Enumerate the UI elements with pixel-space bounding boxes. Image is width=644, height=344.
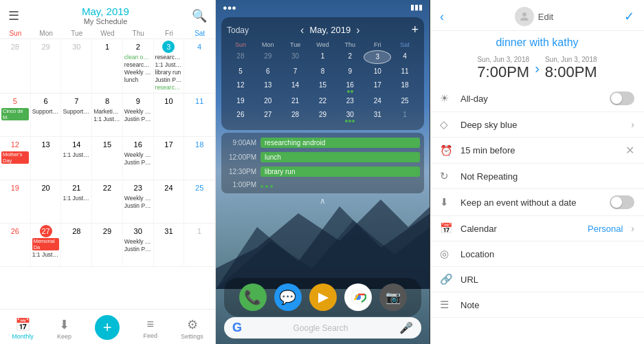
mini-day-14[interactable]: 14 xyxy=(282,79,309,94)
footer-add[interactable]: + xyxy=(95,315,120,341)
event-label-1[interactable]: researching android xyxy=(260,138,420,148)
cal-day-14[interactable]: 14 1:1 Justin-Da xyxy=(61,137,92,180)
mini-day-26[interactable]: 26 xyxy=(227,109,254,123)
search-icon[interactable]: 🔍 xyxy=(192,8,207,23)
event-label-3[interactable]: library run xyxy=(260,166,420,177)
repeat-row[interactable]: ↻ Not Repeating xyxy=(430,164,644,189)
mini-day-25[interactable]: 25 xyxy=(391,95,419,107)
mini-day-29b[interactable]: 29 xyxy=(309,109,337,123)
mini-day-1-next[interactable]: 1 xyxy=(391,109,419,123)
mini-cal-next[interactable]: › xyxy=(356,24,359,36)
mini-cal-prev[interactable]: ‹ xyxy=(300,24,304,36)
mini-day-11[interactable]: 11 xyxy=(391,65,419,78)
mini-day-13[interactable]: 13 xyxy=(254,79,282,94)
mini-day-5[interactable]: 5 xyxy=(227,65,254,78)
cal-day-18[interactable]: 18 xyxy=(184,137,215,180)
cal-day-12[interactable]: 12 Mother's Day xyxy=(0,137,31,180)
mini-day-4[interactable]: 4 xyxy=(391,50,419,64)
mini-day-6[interactable]: 6 xyxy=(254,65,282,78)
confirm-button[interactable]: ✓ xyxy=(624,9,634,24)
cal-day-30b[interactable]: 30 Weekly Hang Justin Pot on xyxy=(123,224,154,266)
note-row[interactable]: ☰ Note xyxy=(430,292,644,318)
mini-day-12[interactable]: 12 xyxy=(227,79,254,94)
mini-day-28[interactable]: 28 xyxy=(227,50,254,64)
cal-day-30-other[interactable]: 30 xyxy=(61,39,92,93)
cal-day-13[interactable]: 13 xyxy=(31,137,62,180)
cal-day-3-today[interactable]: 3 researching a 1:1 Justin-Da library ru… xyxy=(154,39,185,93)
cal-day-21[interactable]: 21 1:1 Justin-Da xyxy=(61,180,92,223)
mini-day-1[interactable]: 1 xyxy=(309,50,337,64)
google-mic-icon[interactable]: 🎤 xyxy=(399,321,413,334)
reminder-close-icon[interactable]: ✕ xyxy=(625,144,634,157)
dock-plex-icon[interactable]: ▶ xyxy=(309,283,337,311)
cal-day-15[interactable]: 15 xyxy=(92,137,123,180)
mini-day-31[interactable]: 31 xyxy=(364,109,391,123)
scroll-up-indicator[interactable]: ∧ xyxy=(216,196,430,206)
mini-day-2[interactable]: 2 xyxy=(336,50,364,64)
mini-calendar-widget[interactable]: Today ‹ May, 2019 › + Sun Mon Tue Wed Th… xyxy=(221,17,424,130)
url-row[interactable]: 🔗 URL xyxy=(430,267,644,292)
calendar-row[interactable]: 📅 Calendar Personal › xyxy=(430,216,644,241)
dock-camera-icon[interactable]: 📷 xyxy=(379,283,407,311)
cal-day-23[interactable]: 23 Weekly Hang Justin Pot on xyxy=(123,180,154,223)
cal-day-26[interactable]: 26 xyxy=(0,224,31,266)
mini-day-23[interactable]: 23 xyxy=(336,95,364,107)
cal-day-4[interactable]: 4 xyxy=(184,39,215,93)
cal-day-31[interactable]: 31 xyxy=(154,224,185,266)
cal-day-16[interactable]: 16 Weekly Hang Justin Pot on xyxy=(123,137,154,180)
cal-day-5[interactable]: 5 Cinco de M. xyxy=(0,94,31,136)
mini-day-18[interactable]: 18 xyxy=(391,79,419,94)
mini-cal-today-label[interactable]: Today xyxy=(227,25,249,35)
footer-monthly[interactable]: 📅 Monthly xyxy=(12,317,34,340)
mini-day-3-today[interactable]: 3 xyxy=(364,50,391,64)
cal-day-2[interactable]: 2 clean out int researching a Weekly Han… xyxy=(123,39,154,93)
mini-day-27[interactable]: 27 xyxy=(254,109,282,123)
cal-day-20[interactable]: 20 xyxy=(31,180,62,223)
mini-day-21[interactable]: 21 xyxy=(282,95,309,107)
cal-day-19[interactable]: 19 xyxy=(0,180,31,223)
dock-messages-icon[interactable]: 💬 xyxy=(274,283,302,311)
back-button[interactable]: ‹ xyxy=(440,10,444,24)
mini-day-8[interactable]: 8 xyxy=(309,65,337,78)
mini-day-7[interactable]: 7 xyxy=(282,65,309,78)
footer-settings[interactable]: ⚙ Settings xyxy=(181,317,203,340)
dock-phone-icon[interactable]: 📞 xyxy=(239,283,267,311)
hamburger-icon[interactable]: ☰ xyxy=(8,8,19,23)
cal-day-6[interactable]: 6 Support Retr xyxy=(31,94,62,136)
mini-day-10[interactable]: 10 xyxy=(364,65,391,78)
cal-day-22[interactable]: 22 xyxy=(92,180,123,223)
phone-search-bar[interactable]: G Google Search 🎤 xyxy=(224,317,421,338)
mini-day-19[interactable]: 19 xyxy=(227,95,254,107)
cal-day-27[interactable]: 27 Memorial Da 1:1 Justin-Da xyxy=(31,224,62,266)
footer-feed[interactable]: ≡ Feed xyxy=(144,317,158,339)
cal-day-7[interactable]: 7 Support Retr xyxy=(61,94,92,136)
cal-day-9[interactable]: 9 Weekly Hang Justin Pot on xyxy=(123,94,154,136)
cal-day-1-next[interactable]: 1 xyxy=(184,224,215,266)
mini-day-17[interactable]: 17 xyxy=(364,79,391,94)
cal-day-28b[interactable]: 28 xyxy=(61,224,92,266)
mini-day-28b[interactable]: 28 xyxy=(282,109,309,123)
allday-toggle[interactable] xyxy=(610,92,634,105)
cal-day-25[interactable]: 25 xyxy=(184,180,215,223)
cal-day-17[interactable]: 17 xyxy=(154,137,185,180)
mini-day-30[interactable]: 30 xyxy=(282,50,309,64)
add-event-button[interactable]: + xyxy=(95,315,120,340)
cal-day-8[interactable]: 8 Marketing Al 1:1 Justin-Da xyxy=(92,94,123,136)
cal-day-10[interactable]: 10 xyxy=(154,94,185,136)
mini-day-15[interactable]: 15 xyxy=(309,79,337,94)
mini-day-9[interactable]: 9 xyxy=(336,65,364,78)
color-row[interactable]: ◇ Deep sky blue › xyxy=(430,112,644,138)
cal-day-24[interactable]: 24 xyxy=(154,180,185,223)
mini-day-24[interactable]: 24 xyxy=(364,95,391,107)
cal-day-1[interactable]: 1 xyxy=(92,39,123,93)
cal-day-28-other[interactable]: 28 xyxy=(0,39,31,93)
keep-toggle[interactable] xyxy=(610,195,634,209)
start-time[interactable]: 7:00PM xyxy=(477,63,529,81)
mini-day-22[interactable]: 22 xyxy=(309,95,337,107)
mini-cal-add-button[interactable]: + xyxy=(411,23,419,37)
reminder-row[interactable]: ⏰ 15 min before ✕ xyxy=(430,138,644,164)
user-avatar-edit[interactable]: Edit xyxy=(515,7,553,26)
dock-chrome-icon[interactable] xyxy=(344,283,372,311)
cal-day-11[interactable]: 11 xyxy=(184,94,215,136)
footer-keep[interactable]: ⬇ Keep xyxy=(57,317,71,340)
